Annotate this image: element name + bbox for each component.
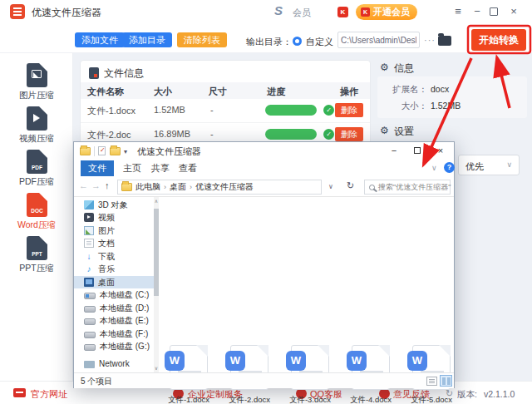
refresh-icon[interactable]: ↻ <box>347 180 354 191</box>
tree-item-disk-e[interactable]: 本地磁盘 (E:) <box>74 314 155 327</box>
row1-delete-button[interactable]: 删除 <box>335 103 363 117</box>
tree-item-downloads[interactable]: ↓下载 <box>74 250 155 263</box>
word-badge: W <box>165 351 185 371</box>
scroll-up-icon[interactable]: ∧ <box>153 198 160 204</box>
drive-icon <box>84 318 96 325</box>
folder-icon <box>121 183 132 191</box>
video-icon <box>84 213 94 222</box>
pdf-compress-icon: PDF <box>27 150 47 174</box>
add-file-button[interactable]: 添加文件 <box>75 32 125 47</box>
tab-view[interactable]: 查看 <box>171 160 204 176</box>
row1-done-check-icon: ✓ <box>323 105 334 116</box>
col-progress: 进度 <box>267 86 285 98</box>
browse-more-button[interactable]: ··· <box>424 35 436 45</box>
sidebar-item-pdf[interactable]: PDF压缩 <box>0 176 73 188</box>
col-dimension: 尺寸 <box>209 86 227 98</box>
forward-icon[interactable]: → <box>91 180 101 190</box>
help-icon[interactable]: ? <box>444 162 455 173</box>
explorer-minimize-button[interactable]: − <box>383 142 405 160</box>
details-view-icon[interactable] <box>426 377 437 386</box>
new-folder-icon[interactable] <box>110 147 121 155</box>
tree-item-3d-objects[interactable]: 3D 对象 <box>74 199 155 211</box>
properties-icon[interactable] <box>98 146 106 155</box>
up-icon[interactable]: ↑ <box>105 180 110 190</box>
version-label: 版本: <box>457 389 477 401</box>
explorer-maximize-button[interactable] <box>406 142 428 160</box>
file-name: 文件-2.docx <box>221 395 278 404</box>
add-directory-button[interactable]: 添加目录 <box>122 32 172 47</box>
tree-item-desktop[interactable]: 桌面 <box>74 276 155 288</box>
tree-scrollbar[interactable] <box>154 197 159 372</box>
breadcrumb-this-pc[interactable]: 此电脑 <box>135 181 160 193</box>
website-icon <box>13 388 26 397</box>
tree-item-disk-f[interactable]: 本地磁盘 (F:) <box>74 328 155 340</box>
explorer-close-button[interactable]: × <box>430 142 451 160</box>
music-icon: ♪ <box>84 264 94 273</box>
play-glyph <box>33 114 44 122</box>
tree-item-pictures[interactable]: 图片 <box>74 224 155 237</box>
word-badge: W <box>286 351 306 371</box>
info-section-body: 扩展名： docx 大小： 1.52MB <box>377 76 527 118</box>
breadcrumb-folder[interactable]: 优速文件压缩器 <box>195 181 254 193</box>
minimize-button[interactable]: − <box>470 5 485 18</box>
output-path-input[interactable] <box>337 32 420 48</box>
thumbnail-view-icon[interactable] <box>440 375 452 387</box>
row1-size: 1.52MB <box>154 105 185 115</box>
tree-item-disk-g[interactable]: 本地磁盘 (G:) <box>74 340 155 352</box>
scrollbar-thumb[interactable] <box>154 209 159 296</box>
tree-item-documents[interactable]: 文档 <box>74 237 155 249</box>
sidebar-item-ppt[interactable]: PPT压缩 <box>0 263 73 274</box>
word-badge: W <box>407 351 427 371</box>
navigation-tree: 3D 对象 视频 图片 文档 ↓下载 ♪音乐 桌面 本地磁盘 (C:) 本地磁盘… <box>74 197 160 372</box>
row2-delete-button[interactable]: 删除 <box>335 127 363 141</box>
tree-item-disk-d[interactable]: 本地磁盘 (D:) <box>74 302 155 314</box>
word-badge: W <box>347 351 367 371</box>
close-button[interactable]: × <box>506 5 521 18</box>
ribbon-collapse-icon[interactable]: ∨ <box>431 164 437 172</box>
word-badge: W <box>225 351 245 371</box>
pdf-badge: PDF <box>27 165 47 170</box>
start-convert-button[interactable]: 开始转换 <box>471 29 526 51</box>
row2-dimension: - <box>210 129 214 139</box>
sidebar-item-word[interactable]: Word压缩 <box>0 219 73 231</box>
search-box[interactable]: 搜索"优速文件压缩器" <box>364 180 451 195</box>
breadcrumb[interactable]: 此电脑 › 桌面 › 优速文件压缩器 <box>117 180 322 195</box>
tree-item-network[interactable]: Network <box>74 357 155 370</box>
table-header: 文件名称 大小 尺寸 进度 操作 <box>81 82 370 99</box>
explorer-title: 优速文件压缩器 <box>137 145 201 158</box>
quick-access-dropdown-icon[interactable]: ▾ <box>124 148 127 155</box>
size-label: 大小： <box>379 101 427 112</box>
breadcrumb-desktop[interactable]: 桌面 <box>170 181 186 193</box>
tree-item-music[interactable]: ♪音乐 <box>74 263 155 275</box>
address-dropdown-icon[interactable]: ∨ <box>328 183 333 190</box>
output-dir-label: 输出目录： <box>246 36 292 48</box>
maximize-button[interactable] <box>490 7 498 16</box>
sidebar-item-video[interactable]: 视频压缩 <box>0 133 73 145</box>
scroll-down-icon[interactable]: ∨ <box>153 365 160 371</box>
footer-official-site[interactable]: 官方网址 <box>31 388 67 401</box>
divider <box>94 146 95 156</box>
tree-item-videos[interactable]: 视频 <box>74 211 155 224</box>
breadcrumb-sep-icon: › <box>190 183 192 191</box>
custom-radio[interactable] <box>293 37 302 46</box>
drive-icon <box>84 293 96 299</box>
tree-item-disk-c[interactable]: 本地磁盘 (C:) <box>74 288 155 301</box>
tab-file[interactable]: 文件 <box>81 160 114 176</box>
row2-size: 16.89MB <box>154 129 190 139</box>
menu-icon[interactable]: ≡ <box>451 5 466 18</box>
priority-dropdown[interactable]: 优先 ∨ <box>458 155 520 175</box>
open-folder-icon[interactable] <box>438 36 451 46</box>
back-icon[interactable]: ← <box>79 180 88 190</box>
sidebar-item-image[interactable]: 图片压缩 <box>0 90 73 101</box>
ppt-compress-icon: PPT <box>27 236 47 260</box>
open-vip-button[interactable]: K 开通会员 <box>356 4 417 20</box>
col-filename: 文件名称 <box>87 86 124 98</box>
drive-icon <box>84 344 96 351</box>
word-compress-icon: DOC <box>27 193 47 217</box>
info-section-title: 信息 <box>394 62 414 76</box>
clear-list-button[interactable]: 清除列表 <box>177 32 227 47</box>
settings-section-title: 设置 <box>394 125 414 139</box>
image-glyph <box>32 70 42 78</box>
gear-icon: ⚙ <box>380 62 389 73</box>
toolbar: 添加文件 添加目录 清除列表 输出目录： 自定义 ··· 开始转换 <box>0 23 532 53</box>
